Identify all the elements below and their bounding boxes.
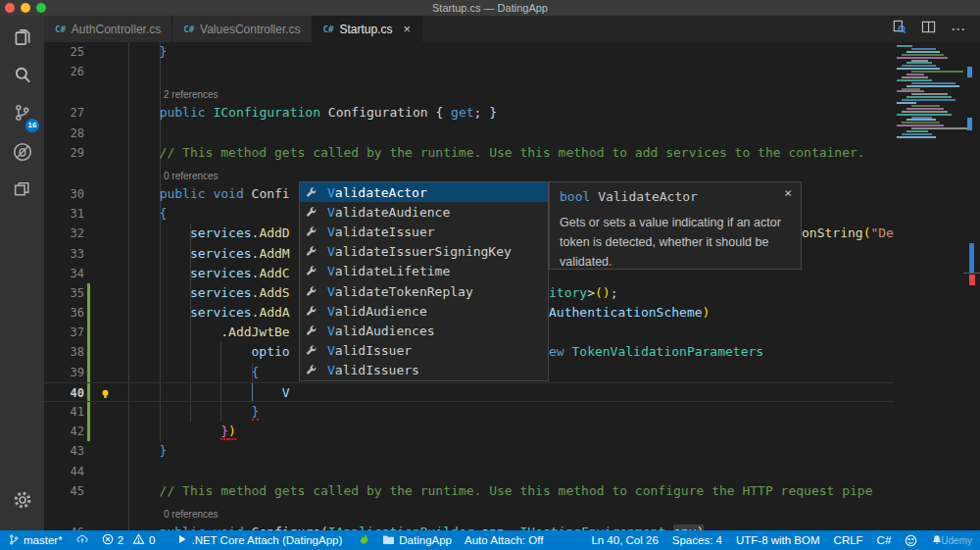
problems-status[interactable]: 2 0 [102,533,156,547]
split-editor-icon[interactable] [921,20,936,38]
ruler-decoration [969,243,974,273]
code-line[interactable]: 26 [44,62,894,81]
suggest-item[interactable]: ValidateAudience [300,202,548,222]
git-modified-gutter [87,283,90,303]
line-number[interactable]: 45 [44,481,84,501]
publish-changes-button[interactable] [75,533,89,547]
codelens-references[interactable]: 0 references [44,501,894,523]
editor-actions: ⋯ [892,16,980,42]
minimap[interactable] [894,42,965,530]
overview-ruler[interactable] [965,42,980,530]
minimize-window-button[interactable] [21,3,30,13]
line-number[interactable]: 37 [44,323,84,342]
line-number[interactable]: 30 [44,184,84,204]
code-line[interactable]: 46 public void Configure(IApplicationBui… [44,523,894,530]
code-text: // This method gets called by the runtim… [98,481,894,501]
encoding-setting[interactable]: UTF-8 with BOM [736,534,820,546]
settings-button[interactable] [0,482,44,521]
udemy-watermark: Udemy [941,535,972,546]
wrench-property-icon [305,325,322,337]
debug-launch-status[interactable]: .NET Core Attach (DatingApp) [177,534,342,546]
suggest-item[interactable]: ValidIssuer [300,341,548,361]
activity-search-button[interactable] [0,58,44,96]
code-text: onString("De [802,224,894,243]
eol-setting[interactable]: CRLF [834,534,863,546]
suggest-item[interactable]: ValidAudience [300,301,548,321]
suggest-item[interactable]: ValidateActor [300,182,548,202]
line-number[interactable]: 39 [44,363,84,382]
code-line[interactable]: 29 // This method gets called by the run… [44,143,894,163]
suggest-item[interactable]: ValidateLifetime [300,262,548,281]
git-modified-gutter [87,402,90,422]
line-number[interactable]: 29 [44,143,84,163]
line-number[interactable]: 26 [44,62,84,81]
git-branch-status[interactable]: master* [8,533,63,548]
suggest-item[interactable]: ValidateIssuerSigningKey [300,242,548,262]
flame-icon [359,533,369,548]
code-line[interactable]: 42 }) [44,422,894,441]
code-line[interactable]: 43 } [44,441,894,461]
line-number[interactable]: 42 [44,422,84,441]
code-line[interactable]: 25 } [44,42,894,62]
maximize-window-button[interactable] [36,3,46,13]
line-number[interactable]: 46 [44,523,84,530]
line-number[interactable]: 32 [44,224,84,243]
activity-explorer-button[interactable] [0,20,44,58]
suggest-item[interactable]: ValidateIssuer [300,222,548,241]
wrench-property-icon [305,225,322,238]
activity-extensions-button[interactable] [0,173,44,211]
activity-source-control-button[interactable]: 16 [0,96,44,134]
code-text: }) [98,422,894,441]
line-number[interactable]: 31 [44,204,84,224]
code-line[interactable]: 41 } [44,402,894,422]
code-editor[interactable]: 25 }262 references27 public IConfigurati… [44,42,980,530]
project-selector[interactable]: DatingApp [382,534,452,547]
ruler-decoration [963,273,980,274]
code-text: public void Configure(IApplicationBuilde… [98,523,894,530]
line-number[interactable]: 40 [44,383,84,403]
activity-debug-button[interactable] [0,134,44,173]
suggest-item[interactable]: ValidateTokenReplay [300,281,548,301]
folder-icon [382,534,395,547]
language-mode[interactable]: C# [877,534,892,546]
code-line[interactable]: 27 public IConfiguration Configuration {… [44,103,894,123]
more-actions-icon[interactable]: ⋯ [951,21,966,38]
line-number[interactable]: 25 [44,42,84,62]
status-bar: master* 2 0 .NET Core Attach (DatingApp)… [0,530,980,550]
line-number[interactable]: 33 [44,244,84,264]
line-number[interactable]: 35 [44,283,84,303]
intellisense-suggest-widget: ValidateActorValidateAudienceValidateIss… [299,181,549,381]
title-bar: Startup.cs — DatingApp [0,0,980,16]
editor-tab[interactable]: C#ValuesController.cs [172,16,312,42]
activity-bar: 16 [0,16,44,530]
suggest-item[interactable]: ValidIssuers [300,361,548,380]
codelens-references[interactable]: 2 references [44,81,894,103]
line-number[interactable]: 27 [44,103,84,123]
editor-tab[interactable]: C#AuthController.cs [44,16,172,42]
line-number[interactable]: 41 [44,402,84,422]
code-line[interactable]: 40 V [44,382,894,402]
tab-label: Startup.cs [339,23,392,36]
close-icon[interactable]: × [403,23,411,35]
feedback-smiley-icon[interactable] [905,534,917,547]
close-icon[interactable]: × [784,185,792,200]
editor-tab[interactable]: C#Startup.cs× [313,16,422,42]
indentation-setting[interactable]: Spaces: 4 [672,534,722,546]
line-number[interactable]: 34 [44,264,84,283]
line-number[interactable]: 44 [44,462,84,481]
code-line[interactable]: 28 [44,124,894,143]
line-number[interactable]: 28 [44,124,84,143]
code-line[interactable]: 44 [44,462,894,481]
line-number[interactable]: 43 [44,441,84,461]
open-changes-icon[interactable] [892,20,906,38]
code-line[interactable]: 45 // This method gets called by the run… [44,481,894,501]
code-text: public IConfiguration Configuration { ge… [98,103,894,123]
auto-attach-toggle[interactable]: Auto Attach: Off [465,534,543,546]
cursor-position[interactable]: Ln 40, Col 26 [591,534,658,546]
line-number[interactable]: 38 [44,342,84,362]
line-number[interactable]: 36 [44,303,84,323]
close-window-button[interactable] [5,3,15,13]
omnisharp-flame-status[interactable] [359,533,369,548]
suggest-item[interactable]: ValidAudiences [300,321,548,340]
ruler-decoration [969,275,975,285]
